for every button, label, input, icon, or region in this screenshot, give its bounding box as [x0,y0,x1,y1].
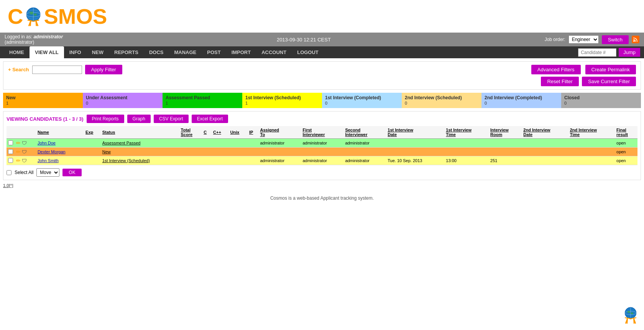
info-bar-right: Job order: Engineer Switch [545,35,639,44]
nav-logout[interactable]: LOGOUT [292,46,324,58]
stage-new[interactable]: New 1 [3,93,83,108]
col-second-interviewer[interactable]: SecondInterviewer [343,126,386,139]
stage-closed-label: Closed [564,95,580,100]
nav-view-all[interactable]: VIEW ALL [30,46,64,58]
row-checkbox-cell [7,156,15,165]
nav-manage[interactable]: MANAGE [169,46,202,58]
jump-button[interactable]: Jump [619,48,640,57]
col-c[interactable]: C [202,126,212,139]
filter-row1: + Search Apply Filter Advanced Filters C… [8,65,636,74]
col-ip[interactable]: IP [248,126,259,139]
col-cpp[interactable]: C++ [212,126,229,139]
candidates-area: VIEWING CANDIDATES (1 - 3 / 3) Print Rep… [3,111,641,180]
nav-docs[interactable]: DOCS [144,46,169,58]
reset-filter-button[interactable]: Reset Filter [541,77,578,86]
row-checkbox-0[interactable] [8,140,13,145]
nav-post[interactable]: POST [202,46,226,58]
save-filter-button[interactable]: Save Current Filter [582,77,636,86]
row-room-cell [489,148,522,156]
col-name[interactable]: Name [36,126,84,139]
row-assigned-to-cell: administrator [259,156,301,165]
col-2nd-interview-time[interactable]: 2nd InterviewTime [568,126,615,139]
rss-icon[interactable] [632,36,639,43]
edit-icon[interactable]: ✏ [16,140,21,146]
shield-icon[interactable]: 🛡 [22,140,27,146]
candidates-title: VIEWING CANDIDATES (1 - 3 / 3) [7,116,84,122]
shield-icon[interactable]: 🛡 [22,158,27,164]
stage-assessment-passed[interactable]: Assessment Passed 1 [163,93,242,108]
table-row: ✏ 🛡 John Doe Assessment Passed administr… [7,139,637,148]
datetime: 2013-09-30 12:21 CEST [277,37,331,43]
col-total-score[interactable]: TotalScore [179,126,202,139]
row-second-interviewer-cell [343,148,386,156]
col-first-interviewer[interactable]: FirstInterviewer [301,126,343,139]
row-2nd-time-cell [568,139,615,148]
nav-import[interactable]: IMPORT [226,46,256,58]
col-exp[interactable]: Exp [84,126,101,139]
col-check [7,126,15,139]
row-checkbox-1[interactable] [8,149,13,154]
stage-2nd-interview-completed[interactable]: 2nd Interview (Completed) 0 [481,93,561,108]
version-link[interactable]: 1.0[^] [3,183,13,188]
username-paren: (administrator) [5,39,34,45]
graph-button[interactable]: Graph [127,115,151,123]
col-edit [15,126,36,139]
stage-1st-interview-completed[interactable]: 1st Interview (Completed) 0 [322,93,402,108]
row-status-cell: Assessment Passed [101,139,179,148]
svg-point-5 [34,13,37,16]
shield-icon[interactable]: 🛡 [22,149,27,155]
col-assigned-to[interactable]: AssignedTo [259,126,301,139]
row-checkbox-cell [7,148,15,156]
row-ip-cell [248,139,259,148]
candidate-name-link[interactable]: John Doe [38,141,56,145]
table-row: ✏ 🛡 John Smith 1st Interview (Scheduled)… [7,156,637,165]
search-label[interactable]: + Search [8,67,29,72]
candidate-name-link[interactable]: Dexter Morgan [38,149,66,154]
create-permalink-button[interactable]: Create Permalink [585,65,636,74]
apply-filter-button[interactable]: Apply Filter [85,65,122,74]
stage-2nd-interview-scheduled[interactable]: 2nd Interview (Scheduled) 0 [402,93,481,108]
candidate-input[interactable] [578,48,616,57]
col-1st-interview-date[interactable]: 1st InterviewDate [386,126,444,139]
candidate-name-link[interactable]: John Smith [38,158,59,163]
csv-export-button[interactable]: CSV Export [154,115,189,123]
info-bar: Logged in as: administrator (administrat… [0,33,644,46]
nav-home[interactable]: HOME [4,46,30,58]
logged-in-label: Logged in as: [5,34,32,39]
select-all-checkbox[interactable] [7,170,12,175]
advanced-filters-button[interactable]: Advanced Filters [531,65,581,74]
col-status[interactable]: Status [101,126,179,139]
stage-closed[interactable]: Closed 0 [561,93,641,108]
row-total-score-cell [179,156,202,165]
row-name-cell: Dexter Morgan [36,148,84,156]
col-2nd-interview-date[interactable]: 2nd InterviewDate [522,126,568,139]
nav-info[interactable]: INFO [64,46,87,58]
col-interview-room[interactable]: InterviewRoom [489,126,522,139]
logo: C SMOS [8,4,636,29]
edit-icon[interactable]: ✏ [16,158,21,164]
edit-icon[interactable]: ✏ [16,149,21,155]
print-reports-button[interactable]: Print Reports [87,115,124,123]
nav-new[interactable]: NEW [87,46,109,58]
nav-reports[interactable]: REPORTS [109,46,144,58]
ok-button[interactable]: OK [62,169,81,176]
nav-account[interactable]: ACCOUNT [256,46,292,58]
search-input[interactable] [32,66,82,74]
col-1st-interview-time[interactable]: 1st InterviewTime [444,126,489,139]
stage-1st-sched-count: 1 [245,101,248,105]
row-1st-time-cell: 13:00 [444,156,489,165]
candidates-table: Name Exp Status TotalScore C C++ Unix IP… [7,126,637,165]
row-first-interviewer-cell [301,148,343,156]
move-select[interactable]: Move [36,168,59,177]
stage-1st-interview-scheduled[interactable]: 1st Interview (Scheduled) 1 [242,93,322,108]
switch-button[interactable]: Switch [602,35,629,44]
stage-under-assessment[interactable]: Under Assessment 0 [83,93,163,108]
col-unix[interactable]: Unix [229,126,248,139]
col-final-result[interactable]: Finalresult [615,126,637,139]
excel-export-button[interactable]: Excel Export [192,115,228,123]
row-2nd-date-cell [522,156,568,165]
row-checkbox-2[interactable] [8,158,13,163]
job-order-select[interactable]: Engineer [568,35,599,44]
select-all-row: Select All Move OK [7,168,637,177]
row-exp-cell [84,148,101,156]
